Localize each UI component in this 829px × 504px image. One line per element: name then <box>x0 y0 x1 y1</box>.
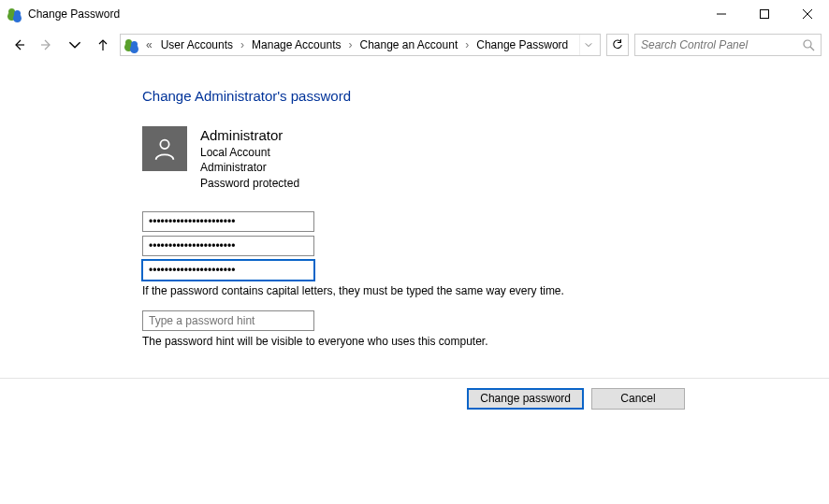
breadcrumb-item[interactable]: Manage Accounts <box>248 38 344 51</box>
breadcrumb-overflow[interactable]: « <box>143 38 155 51</box>
password-form: If the password contains capital letters… <box>142 211 829 348</box>
window-title: Change Password <box>28 7 120 21</box>
window-controls <box>700 0 829 28</box>
change-password-button[interactable]: Change password <box>467 388 584 410</box>
recent-locations-button[interactable] <box>64 34 86 56</box>
minimize-icon <box>717 9 726 19</box>
breadcrumb-item[interactable]: User Accounts <box>157 38 237 51</box>
users-icon <box>7 7 22 22</box>
title-bar: Change Password <box>0 0 829 28</box>
refresh-icon <box>612 39 623 50</box>
account-name: Administrator <box>200 126 299 145</box>
chevron-right-icon[interactable]: › <box>463 38 471 51</box>
maximize-button[interactable] <box>743 0 786 28</box>
breadcrumb-item[interactable]: Change an Account <box>356 38 461 51</box>
chevron-right-icon[interactable]: › <box>239 38 246 51</box>
nav-bar: « User Accounts › Manage Accounts › Chan… <box>0 28 829 62</box>
account-lines: Administrator Local Account Administrato… <box>200 126 299 191</box>
account-info: Administrator Local Account Administrato… <box>142 126 829 191</box>
close-button[interactable] <box>786 0 829 28</box>
hint-note: The password hint will be visible to eve… <box>142 335 829 348</box>
chevron-right-icon[interactable]: › <box>346 38 354 51</box>
breadcrumb-dropdown[interactable] <box>579 35 596 55</box>
breadcrumb[interactable]: « User Accounts › Manage Accounts › Chan… <box>120 34 601 56</box>
svg-point-9 <box>160 140 168 149</box>
maximize-icon <box>760 9 769 19</box>
forward-button[interactable] <box>36 34 58 56</box>
refresh-button[interactable] <box>606 34 629 56</box>
arrow-up-icon <box>96 38 109 51</box>
cancel-button[interactable]: Cancel <box>591 388 685 410</box>
new-password-field[interactable] <box>142 236 314 256</box>
page-heading: Change Administrator's password <box>142 88 829 104</box>
current-password-field[interactable] <box>142 211 314 232</box>
search-input[interactable] <box>641 38 802 51</box>
arrow-left-icon <box>12 38 25 51</box>
account-type: Local Account <box>200 145 299 160</box>
svg-point-7 <box>804 40 811 48</box>
close-icon <box>803 9 812 19</box>
content-area: Change Administrator's password Administ… <box>0 62 829 348</box>
confirm-password-field[interactable] <box>142 260 314 281</box>
breadcrumb-item[interactable]: Change Password <box>473 38 572 51</box>
chevron-down-icon <box>68 38 81 51</box>
users-icon <box>124 37 139 52</box>
avatar <box>142 126 187 171</box>
up-button[interactable] <box>92 34 114 56</box>
svg-rect-1 <box>761 10 769 19</box>
chevron-down-icon <box>585 41 592 49</box>
back-button[interactable] <box>7 34 30 56</box>
password-hint-field[interactable] <box>142 310 314 331</box>
minimize-button[interactable] <box>700 0 743 28</box>
arrow-right-icon <box>40 38 53 51</box>
caps-note: If the password contains capital letters… <box>142 284 829 297</box>
search-icon <box>802 38 815 51</box>
search-box[interactable] <box>634 34 822 56</box>
footer: Change password Cancel <box>0 379 829 410</box>
svg-line-8 <box>810 47 814 50</box>
account-role: Administrator <box>200 160 299 175</box>
account-status: Password protected <box>200 176 299 191</box>
person-icon <box>152 136 178 162</box>
